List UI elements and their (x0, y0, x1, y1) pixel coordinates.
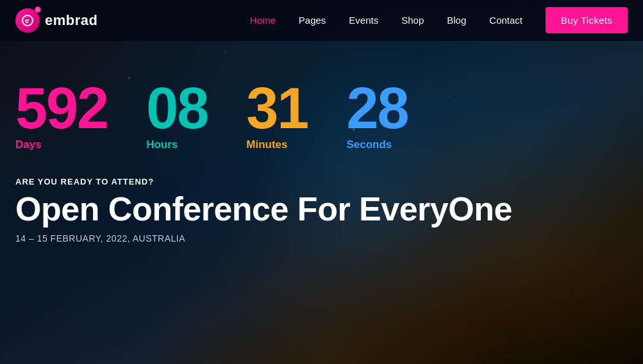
days-value: 592 (15, 79, 108, 137)
nav-item-cta[interactable]: Buy Tickets (546, 15, 628, 26)
logo-text: embrad (45, 12, 97, 29)
countdown-hours: 08 Hours (146, 79, 208, 151)
logo[interactable]: e embrad (15, 8, 97, 33)
minutes-label: Minutes (246, 138, 287, 151)
countdown-timer: 592 Days 08 Hours 31 Minutes 28 Seconds (15, 79, 628, 151)
nav-item-blog[interactable]: Blog (447, 15, 466, 26)
seconds-value: 28 (346, 79, 408, 137)
event-tagline: ARE YOU READY TO ATTEND? (15, 177, 628, 186)
countdown-seconds: 28 Seconds (346, 79, 408, 151)
nav-item-shop[interactable]: Shop (401, 15, 424, 26)
hero-content: 592 Days 08 Hours 31 Minutes 28 Seconds … (0, 41, 643, 244)
nav-link-blog[interactable]: Blog (447, 15, 466, 26)
countdown-minutes: 31 Minutes (246, 79, 308, 151)
event-title: Open Conference For EveryOne (15, 192, 628, 227)
hours-value: 08 (146, 79, 208, 137)
logo-emblem: e (21, 14, 34, 27)
nav-item-pages[interactable]: Pages (299, 15, 326, 26)
nav-link-events[interactable]: Events (349, 15, 378, 26)
nav-item-contact[interactable]: Contact (489, 15, 522, 26)
nav-item-events[interactable]: Events (349, 15, 378, 26)
nav-link-shop[interactable]: Shop (401, 15, 424, 26)
event-date: 14 – 15 FEBRUARY, 2022, AUSTRALIA (15, 233, 628, 244)
countdown-days: 592 Days (15, 79, 108, 151)
logo-icon: e (15, 8, 40, 33)
nav-item-home[interactable]: Home (250, 15, 276, 26)
navbar: e embrad Home Pages Events Shop Blog Con… (0, 0, 643, 41)
nav-link-pages[interactable]: Pages (299, 15, 326, 26)
nav-link-home[interactable]: Home (250, 15, 276, 26)
svg-text:e: e (25, 17, 29, 24)
nav-link-contact[interactable]: Contact (489, 15, 522, 26)
event-info: ARE YOU READY TO ATTEND? Open Conference… (15, 177, 628, 244)
nav-links: Home Pages Events Shop Blog Contact Buy … (250, 15, 628, 26)
buy-tickets-button[interactable]: Buy Tickets (546, 7, 628, 33)
minutes-value: 31 (246, 79, 308, 137)
seconds-label: Seconds (346, 138, 392, 151)
hours-label: Hours (146, 138, 178, 151)
days-label: Days (15, 138, 42, 151)
